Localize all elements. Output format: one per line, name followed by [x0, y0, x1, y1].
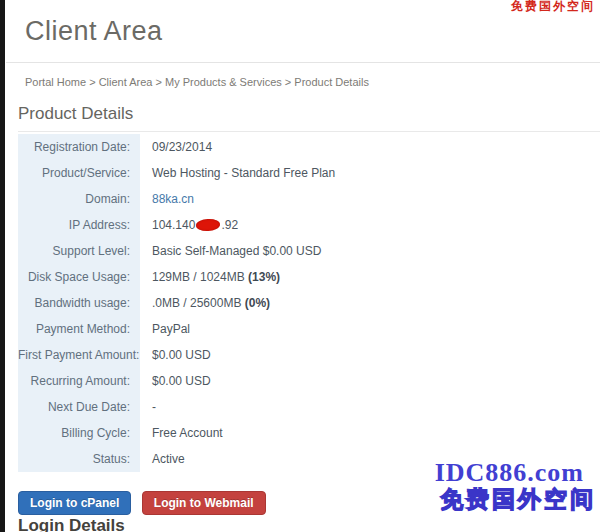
table-row: Billing Cycle: Free Account — [18, 420, 578, 446]
login-to-webmail-button[interactable]: Login to Webmail — [142, 491, 266, 515]
value-bold-text: (0%) — [245, 296, 270, 310]
value-text: $0.00 USD — [152, 374, 211, 388]
row-value: 09/23/2014 — [140, 134, 578, 160]
row-label: IP Address: — [18, 212, 140, 238]
value-text: Web Hosting - Standard Free Plan — [152, 166, 335, 180]
row-value: Basic Self-Managed $0.00 USD — [140, 238, 578, 264]
table-row: Recurring Amount: $0.00 USD — [18, 368, 578, 394]
left-edge-bar — [0, 0, 5, 532]
value-bold-text: (13%) — [248, 270, 280, 284]
table-row: IP Address: 104.140.92 — [18, 212, 578, 238]
table-row: Product/Service: Web Hosting - Standard … — [18, 160, 578, 186]
row-label: Domain: — [18, 186, 140, 212]
row-value: PayPal — [140, 316, 578, 342]
title-divider — [6, 62, 600, 63]
section-title-product-details: Product Details — [18, 104, 600, 132]
watermark-slogan: 免费国外空间 — [440, 487, 596, 513]
breadcrumb[interactable]: Portal Home > Client Area > My Products … — [25, 76, 369, 88]
table-row: Support Level: Basic Self-Managed $0.00 … — [18, 238, 578, 264]
value-text: Basic Self-Managed $0.00 USD — [152, 244, 321, 258]
row-label: Status: — [18, 446, 140, 472]
row-label: Next Due Date: — [18, 394, 140, 420]
section-title-login-details: Login Details — [18, 516, 125, 532]
table-row: Bandwidth usage: .0MB / 25600MB (0%) — [18, 290, 578, 316]
row-label: Disk Space Usage: — [18, 264, 140, 290]
row-label: First Payment Amount: — [18, 342, 140, 368]
row-value: 104.140.92 — [140, 212, 578, 238]
row-label: Bandwidth usage: — [18, 290, 140, 316]
watermark-brand: IDC886.com — [435, 460, 584, 486]
row-label: Billing Cycle: — [18, 420, 140, 446]
row-label: Product/Service: — [18, 160, 140, 186]
table-row: First Payment Amount: $0.00 USD — [18, 342, 578, 368]
action-buttons: Login to cPanel Login to Webmail — [18, 491, 272, 515]
login-to-cpanel-button[interactable]: Login to cPanel — [18, 491, 131, 515]
row-label: Registration Date: — [18, 134, 140, 160]
row-value: - — [140, 394, 578, 420]
value-text: Free Account — [152, 426, 223, 440]
row-value: .0MB / 25600MB (0%) — [140, 290, 578, 316]
value-text: 09/23/2014 — [152, 140, 212, 154]
table-row: Disk Space Usage: 129MB / 1024MB (13%) — [18, 264, 578, 290]
table-row: Registration Date: 09/23/2014 — [18, 134, 578, 160]
page-title: Client Area — [25, 16, 163, 47]
value-text: 129MB / 1024MB — [152, 270, 248, 284]
row-label: Recurring Amount: — [18, 368, 140, 394]
row-value: 129MB / 1024MB (13%) — [140, 264, 578, 290]
product-details-table: Registration Date: 09/23/2014 Product/Se… — [18, 134, 578, 472]
value-text: .0MB / 25600MB — [152, 296, 245, 310]
table-row: Next Due Date: - — [18, 394, 578, 420]
value-text: - — [152, 400, 156, 414]
value-text: .92 — [221, 218, 238, 232]
row-value: $0.00 USD — [140, 368, 578, 394]
domain-link[interactable]: 88ka.cn — [152, 192, 194, 206]
value-text: $0.00 USD — [152, 348, 211, 362]
value-text: 104.140 — [152, 218, 195, 232]
row-value: 88ka.cn — [140, 186, 578, 212]
row-label: Support Level: — [18, 238, 140, 264]
value-text: Active — [152, 452, 185, 466]
row-value: $0.00 USD — [140, 342, 578, 368]
table-row: Domain: 88ka.cn — [18, 186, 578, 212]
row-label: Payment Method: — [18, 316, 140, 342]
row-value: Free Account — [140, 420, 578, 446]
table-row: Payment Method: PayPal — [18, 316, 578, 342]
row-value: Web Hosting - Standard Free Plan — [140, 160, 578, 186]
redaction-blob — [196, 218, 221, 232]
watermark-top-right: 免费国外空间 — [511, 0, 595, 13]
value-text: PayPal — [152, 322, 190, 336]
